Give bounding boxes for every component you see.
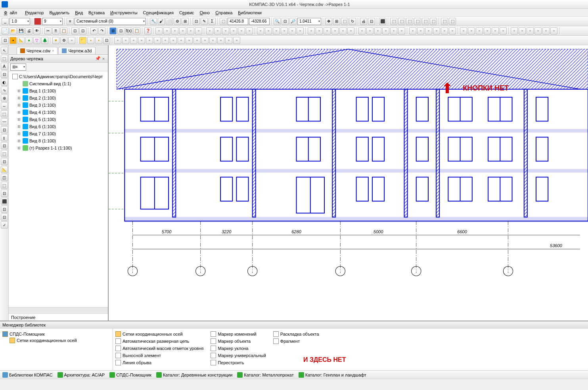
- expand-icon[interactable]: ⊞: [17, 110, 21, 114]
- menu-edit[interactable]: Редактор: [23, 10, 46, 16]
- tool-btn[interactable]: Σ: [209, 18, 216, 25]
- menu-tools[interactable]: Инструменты: [108, 10, 140, 16]
- expand-icon[interactable]: ⊞: [17, 89, 21, 93]
- tool-btn[interactable]: ▫: [222, 27, 229, 35]
- tool-btn[interactable]: ✎: [201, 18, 208, 25]
- tool-btn[interactable]: ⬚: [441, 18, 448, 25]
- menu-file[interactable]: Файл: [2, 10, 22, 16]
- tool-btn[interactable]: ▫: [289, 27, 296, 35]
- tool-btn[interactable]: ▫: [492, 27, 499, 35]
- tool-btn[interactable]: ▽: [33, 37, 40, 44]
- menu-insert[interactable]: Вставка: [86, 10, 107, 16]
- tool-btn[interactable]: ▫: [511, 27, 518, 35]
- tool-btn[interactable]: ▫: [297, 27, 304, 35]
- tool-btn[interactable]: ▫: [425, 27, 432, 35]
- vtool-btn[interactable]: ⬚: [1, 182, 8, 189]
- status-item[interactable]: Библиотеки КОМПАС: [2, 372, 53, 378]
- undo-icon[interactable]: ↶: [90, 27, 98, 35]
- tool-btn[interactable]: ⊡: [103, 37, 110, 44]
- tool-btn[interactable]: 🌲: [41, 37, 48, 44]
- vtool-btn[interactable]: ✓: [1, 221, 8, 229]
- tool-btn[interactable]: ⎯: [2, 18, 9, 25]
- tool-btn[interactable]: ⊡: [2, 37, 9, 44]
- tree-root[interactable]: C:\Users\Администратор\Documents\Черт: [10, 73, 107, 80]
- lib-item[interactable]: Автоматический массив отметок уровня: [115, 345, 203, 352]
- vtool-btn[interactable]: A: [1, 63, 8, 70]
- tool-btn[interactable]: ▫: [468, 27, 475, 35]
- tool-btn[interactable]: ⊞: [182, 18, 189, 25]
- tool-btn[interactable]: ▫: [238, 27, 245, 35]
- lib-tree-item[interactable]: СПДС-Помощник: [2, 331, 110, 337]
- tool-btn[interactable]: ▫: [130, 37, 137, 44]
- tool-btn[interactable]: ⊡: [368, 18, 375, 25]
- tool-btn[interactable]: 📁: [79, 37, 86, 44]
- tool-btn[interactable]: ▫: [366, 27, 373, 35]
- tool-btn[interactable]: ▫: [374, 27, 381, 35]
- preview-icon[interactable]: 👁: [33, 27, 40, 35]
- menu-spec[interactable]: Спецификация: [141, 10, 176, 16]
- tool-btn[interactable]: ↻: [349, 18, 356, 25]
- lib-item[interactable]: Линия обрыва: [115, 359, 203, 366]
- status-item[interactable]: СПДС-Помощник: [109, 372, 151, 378]
- tool-btn[interactable]: ▫: [441, 27, 448, 35]
- print-icon[interactable]: 🖨: [360, 18, 367, 25]
- vtool-btn[interactable]: ⊡: [1, 126, 8, 133]
- cut-icon[interactable]: ✂: [44, 27, 52, 35]
- vtool-btn[interactable]: ⬚: [1, 150, 8, 157]
- lib-item[interactable]: Автоматическая размерная цепь: [115, 338, 203, 344]
- tree-footer-tab[interactable]: Построение: [9, 313, 108, 321]
- tool-btn[interactable]: ▫: [179, 27, 186, 35]
- tool-btn[interactable]: ▫: [358, 27, 366, 35]
- tool-btn[interactable]: ▫: [449, 27, 456, 35]
- tool-btn[interactable]: ▫: [542, 27, 550, 35]
- tool-btn[interactable]: ▫: [178, 37, 185, 44]
- tool-btn[interactable]: ▫: [550, 27, 557, 35]
- tool-btn[interactable]: ▫: [390, 27, 397, 35]
- tree-item-system-view[interactable]: Системный вид (1:1): [10, 80, 107, 87]
- tree-item-view[interactable]: ⊞Вид 6 (1:100): [10, 123, 107, 130]
- vtool-btn[interactable]: ↖: [1, 47, 8, 54]
- tool-btn[interactable]: ⬚: [449, 18, 456, 25]
- menu-view[interactable]: Вид: [73, 10, 85, 16]
- tool-btn[interactable]: ▫: [484, 27, 491, 35]
- tool-btn[interactable]: ▫: [281, 27, 288, 35]
- scale-combo[interactable]: 1.0: [10, 18, 30, 25]
- tool-btn[interactable]: ▪: [10, 37, 17, 44]
- tree-mode-combo[interactable]: ⊞≡: [10, 63, 26, 71]
- tool-btn[interactable]: ▫: [170, 37, 177, 44]
- tool-btn[interactable]: ⬚: [414, 18, 421, 25]
- tool-btn[interactable]: ⚙: [174, 18, 181, 25]
- expand-icon[interactable]: ⊞: [17, 117, 21, 121]
- tool-btn[interactable]: ⬚: [341, 18, 348, 25]
- tool-btn[interactable]: ▫: [316, 27, 323, 35]
- lib-item[interactable]: Сетки координационных осей: [115, 331, 203, 337]
- vtool-btn[interactable]: ⬛: [1, 198, 8, 205]
- tool-btn[interactable]: ▫: [409, 27, 416, 35]
- tool-btn[interactable]: 🖌: [158, 18, 165, 25]
- vtool-btn[interactable]: ◫: [1, 174, 8, 181]
- expand-icon[interactable]: ⊞: [17, 103, 21, 107]
- tree-item-view[interactable]: ⊞Вид 2 (1:100): [10, 94, 107, 102]
- tree-item-view[interactable]: ⊞Вид 8 (1:100): [10, 137, 107, 144]
- menu-select[interactable]: Выделить: [47, 10, 72, 16]
- tool-btn[interactable]: ▫: [68, 37, 75, 44]
- pin-icon[interactable]: 📌: [95, 56, 101, 61]
- tool-btn[interactable]: ▫: [265, 27, 272, 35]
- tool-btn[interactable]: ▫: [433, 27, 440, 35]
- lib-tree-item[interactable]: Сетки координационных осей: [2, 337, 110, 344]
- tool-btn[interactable]: ▫: [154, 37, 161, 44]
- expand-icon[interactable]: ⊞: [17, 132, 21, 136]
- tool-btn[interactable]: ⊞: [109, 27, 117, 35]
- tool-btn[interactable]: ▫: [246, 27, 253, 35]
- tool-btn[interactable]: ▫: [138, 37, 145, 44]
- print-icon[interactable]: 🖨: [25, 27, 33, 35]
- tool-btn[interactable]: ▫: [500, 27, 507, 35]
- open-icon[interactable]: 📂: [10, 27, 17, 35]
- tool-btn[interactable]: ▫: [347, 27, 354, 35]
- paste-icon[interactable]: 📋: [60, 27, 67, 35]
- status-item[interactable]: Каталог: Металлопрокат: [237, 372, 293, 378]
- tree-item-view[interactable]: ⊞Вид 4 (1:100): [10, 109, 107, 116]
- vtool-btn[interactable]: ⊡: [1, 190, 8, 197]
- tool-btn[interactable]: ▫: [519, 27, 526, 35]
- tree-item-view[interactable]: ⊞Вид 5 (1:100): [10, 116, 107, 123]
